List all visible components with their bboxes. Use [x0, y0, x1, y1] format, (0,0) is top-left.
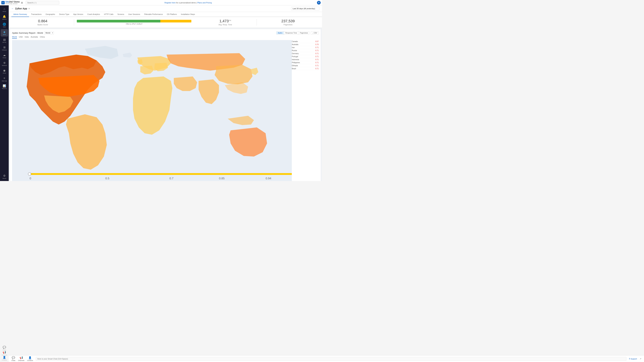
sidebar-label-vmware: VMware — [2, 49, 7, 51]
tabs-bar: Admin Summary Transactions Geographic De… — [9, 12, 322, 17]
apdex-score-value: 0.864 — [14, 19, 71, 23]
apdex-satisfied — [77, 20, 160, 22]
sidebar-item-alarms[interactable]: 🔔 Alarms — [1, 14, 8, 21]
country-score: 0.70 — [316, 43, 319, 45]
tab-screens[interactable]: Screens — [116, 12, 126, 17]
avg-resp-label: Avg. Resp. Time — [197, 24, 254, 26]
register-link[interactable]: Register here — [164, 2, 176, 4]
country-score: 0.57 — [316, 40, 319, 42]
csv-button[interactable]: ↓ CSV — [311, 31, 319, 34]
grid-icon[interactable]: ⊞ — [21, 1, 23, 4]
avg-resp-time: 1,473 — [219, 19, 228, 23]
top-bar-right: U — [317, 1, 321, 4]
apdex-score-label: Apdex Score — [14, 24, 71, 26]
map-section-header: Apdex Summary Report - World World USA I… — [12, 31, 319, 34]
pageviews-card: 237,539 Pageviews — [257, 19, 319, 26]
plans-pricing-link[interactable]: Plans and Pricing — [198, 2, 212, 4]
country-name: Philippines — [292, 62, 300, 63]
btn-response-time[interactable]: Response Time — [284, 31, 298, 34]
region-dropdown-container: World USA India ▼ — [44, 31, 54, 34]
sidebar-label-applogs: AppLogs — [2, 80, 7, 82]
sidebar-item-reports[interactable]: 📊 Reports — [1, 83, 8, 90]
sidebar-item-applogs[interactable]: ≡ AppLogs — [1, 75, 8, 83]
svg-text:0.85: 0.85 — [219, 177, 225, 180]
logo-site: Site — [5, 1, 9, 3]
region-tab-india[interactable]: India — [25, 36, 29, 39]
map-section-title: Apdex Summary Report - World — [12, 32, 43, 34]
country-score: 0.71 — [316, 56, 319, 57]
sidebar-item-vmware[interactable]: ⊞ VMware — [1, 44, 8, 52]
alarms-icon: 🔔 — [3, 15, 6, 18]
region-tabs: World USA India Australia China — [12, 36, 319, 39]
sidebar-item-network[interactable]: ⊛ Network — [1, 60, 8, 67]
sidebar-item-rum[interactable]: ◉ RUM — [1, 68, 8, 75]
sidebar-item-apm[interactable]: ◈ APM — [1, 29, 8, 36]
content-area: ← Zylker App ≡ Last 30 days (till yester… — [9, 5, 322, 181]
sidebar-item-web[interactable]: 🌐 Web — [1, 21, 8, 29]
sidebar-item-cloud[interactable]: ☁ Cloud — [1, 52, 8, 60]
sidebar-item-home[interactable]: ⌂ Home — [1, 6, 8, 13]
country-name: Canada — [292, 40, 298, 42]
country-score: 0.71 — [316, 68, 319, 69]
list-item: Philippines 0.71 — [292, 61, 319, 64]
region-select[interactable]: World USA India — [44, 31, 54, 34]
apdex-tolerating — [160, 20, 191, 22]
network-icon: ⊛ — [3, 61, 6, 64]
tab-admin-summary[interactable]: Admin Summary — [12, 12, 29, 17]
tab-installation-steps[interactable]: Installation Steps — [179, 12, 197, 17]
tab-http-calls[interactable]: HTTP Calls — [102, 12, 116, 17]
list-item: Iran 0.71 — [292, 46, 319, 49]
logo-demo: 24x7 Demo — [9, 1, 20, 3]
country-name: Brazil — [292, 68, 296, 69]
date-range-select[interactable]: Last 30 days (till yesterday) — [291, 7, 319, 10]
app-header: ← Zylker App ≡ Last 30 days (till yester… — [9, 5, 322, 12]
country-score: 0.71 — [316, 50, 319, 51]
svg-text:0.5: 0.5 — [105, 177, 109, 180]
sidebar-item-admin[interactable]: ⚙ Admin — [1, 173, 8, 180]
region-tab-world[interactable]: World — [12, 36, 17, 39]
btn-pageviews[interactable]: Pageviews — [298, 31, 309, 34]
user-avatar[interactable]: U — [317, 1, 321, 4]
country-score: 0.71 — [316, 59, 319, 60]
tab-crash-analytics[interactable]: Crash Analytics — [85, 12, 102, 17]
tab-transactions[interactable]: Transactions — [29, 12, 44, 17]
date-range-container: Last 30 days (till yesterday) — [291, 7, 319, 10]
reports-icon: 📊 — [3, 84, 6, 87]
tab-os-platform[interactable]: OS Platform — [165, 12, 179, 17]
search-input[interactable] — [26, 1, 59, 4]
region-tab-china[interactable]: China — [40, 36, 45, 39]
region-tab-usa[interactable]: USA — [19, 36, 23, 39]
country-name: Australia — [292, 43, 298, 45]
btn-apdex[interactable]: Apdex — [276, 31, 284, 34]
country-name: Portugal — [292, 56, 298, 57]
sidebar-label-rum: RUM — [3, 72, 6, 74]
country-score: 0.71 — [316, 62, 319, 63]
sidebar-label-network: Network — [2, 65, 7, 66]
sidebar-item-server[interactable]: ▤ Server — [1, 37, 8, 44]
apm-icon: ◈ — [3, 30, 5, 33]
tab-geographic[interactable]: Geographic — [44, 12, 57, 17]
tab-app-version[interactable]: App Version — [71, 12, 85, 17]
map-section: Apdex Summary Report - World World USA I… — [10, 29, 321, 181]
svg-text:0.94: 0.94 — [266, 177, 271, 180]
country-name: Indonesia — [292, 59, 299, 60]
country-score: 0.71 — [316, 46, 319, 48]
tab-user-sessions[interactable]: User Sessions — [126, 12, 142, 17]
server-icon: ▤ — [3, 38, 6, 41]
cloud-icon: ☁ — [3, 53, 6, 57]
app-header-left: ← Zylker App ≡ — [12, 7, 30, 10]
metrics-row: 0.864 Apdex Score 73% S, 27% T, 0.0% F 1… — [9, 17, 322, 28]
back-button[interactable]: ← — [12, 7, 14, 10]
world-map-svg: 0 0.5 0.7 0.85 0.94 1 — [12, 40, 292, 181]
sidebar-label-web: Web — [3, 26, 6, 28]
country-name: Ethiopia — [292, 65, 298, 66]
main-layout: ⌂ Home 🔔 Alarms 🌐 Web ◈ APM ▤ Server ⊞ V… — [0, 5, 322, 181]
region-tab-australia[interactable]: Australia — [31, 36, 38, 39]
tab-device-type[interactable]: Device Type — [57, 12, 71, 17]
avg-resp-card: 1,473ms Avg. Resp. Time — [194, 19, 257, 26]
country-name: Iran — [292, 46, 295, 48]
logo-icon: S — [1, 1, 5, 4]
app-menu-icon[interactable]: ≡ — [28, 7, 30, 10]
list-item: Germany 0.71 — [292, 52, 319, 55]
tab-filterable-performance[interactable]: Filterable Performance — [142, 12, 165, 17]
